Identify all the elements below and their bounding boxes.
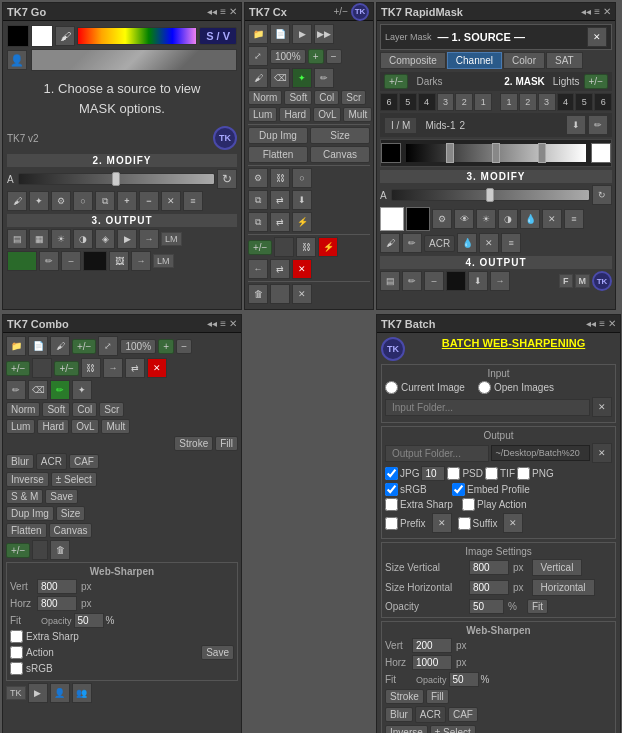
cx-chain-btn[interactable]: ⛓: [270, 168, 290, 188]
output-btn1[interactable]: ▤: [7, 229, 27, 249]
combo-rect-btn[interactable]: [32, 358, 52, 378]
batch-sizehorz-input[interactable]: [469, 580, 509, 595]
combo-blur-btn[interactable]: Blur: [6, 454, 34, 469]
mids-pen-btn[interactable]: ✏: [588, 115, 608, 135]
cx-lightning-btn[interactable]: ⚡: [292, 212, 312, 232]
tk7go-close[interactable]: ✕: [229, 6, 237, 17]
combo-x-btn[interactable]: ✕: [147, 358, 167, 378]
output-btn6[interactable]: ▶: [117, 229, 137, 249]
lm-end-label[interactable]: LM: [161, 232, 182, 246]
rapid-acr-btn[interactable]: ACR: [424, 235, 455, 252]
combo-arrow-btn[interactable]: →: [103, 358, 123, 378]
cx-copy2-btn[interactable]: ⧉: [248, 190, 268, 210]
combo-tk-label[interactable]: TK: [6, 686, 26, 700]
cx-canvas-btn[interactable]: Canvas: [310, 146, 370, 163]
cx-rect-btn[interactable]: [274, 237, 294, 257]
rapid-tk-logo[interactable]: TK: [592, 271, 612, 291]
m-badge[interactable]: M: [575, 274, 591, 288]
output-dash-btn[interactable]: –: [61, 251, 81, 271]
cx-doc-btn[interactable]: 📄: [270, 24, 290, 44]
combo-pct-btn[interactable]: 100%: [120, 339, 156, 354]
cx-soft-btn[interactable]: Soft: [284, 90, 312, 105]
x-mod-btn[interactable]: ✕: [161, 191, 181, 211]
batch-jpg-input[interactable]: [421, 466, 445, 481]
tab-channel[interactable]: Channel: [447, 52, 502, 69]
cx-pencil-btn[interactable]: ✏: [314, 68, 334, 88]
tk7cx-plus[interactable]: +/−: [334, 6, 348, 17]
cx-swap3-btn[interactable]: ⇄: [270, 259, 290, 279]
cx-norm-btn[interactable]: Norm: [248, 90, 282, 105]
batch-blur-btn[interactable]: Blur: [385, 707, 413, 722]
tk-logo-btn[interactable]: TK: [213, 126, 237, 150]
cx-minus-btn[interactable]: −: [326, 49, 342, 64]
tk7batch-close[interactable]: ✕: [608, 318, 616, 329]
mask-num-5l[interactable]: 5: [399, 93, 417, 111]
combo-acr-btn[interactable]: ACR: [36, 453, 67, 470]
combo-pm-btn[interactable]: +/−: [6, 361, 30, 376]
person-icon-btn[interactable]: 👤: [7, 50, 27, 70]
mask-num-2r[interactable]: 2: [519, 93, 537, 111]
combo-pmsel-btn[interactable]: ± Select: [51, 472, 97, 487]
mask-num-3l[interactable]: 3: [437, 93, 455, 111]
mask-num-6r[interactable]: 6: [594, 93, 612, 111]
batch-fill-btn[interactable]: Fill: [426, 689, 449, 704]
mask-handle-mid[interactable]: [492, 143, 500, 163]
rapid-out2-btn[interactable]: ✏: [402, 271, 422, 291]
mask-num-3r[interactable]: 3: [538, 93, 556, 111]
batch-tif-cb[interactable]: [485, 467, 498, 480]
output-arrow-btn[interactable]: →: [131, 251, 151, 271]
menu-mod-btn[interactable]: ≡: [183, 191, 203, 211]
rapid-reset-btn[interactable]: ↻: [592, 185, 612, 205]
batch-sizevert-input[interactable]: [469, 560, 509, 575]
rapid-gear-btn[interactable]: ⚙: [432, 209, 452, 229]
rapid-drop2-btn[interactable]: 💧: [457, 233, 477, 253]
combo-move-btn[interactable]: ⤢: [98, 336, 118, 356]
cx-pm-plus[interactable]: +/−: [248, 240, 272, 255]
batch-tk-logo[interactable]: TK: [381, 337, 405, 361]
copy-tool-btn[interactable]: ⧉: [95, 191, 115, 211]
combo-plus2-btn[interactable]: +: [158, 339, 174, 354]
output-btn5[interactable]: ◈: [95, 229, 115, 249]
rapid-x2-btn[interactable]: ✕: [479, 233, 499, 253]
tab-color[interactable]: Color: [503, 52, 545, 69]
rapid-x-btn[interactable]: ✕: [542, 209, 562, 229]
batch-ws-vert-input[interactable]: [412, 638, 452, 653]
cx-brush-btn[interactable]: 🖌: [248, 68, 268, 88]
tab-composite[interactable]: Composite: [380, 52, 446, 69]
plus-btn[interactable]: +: [117, 191, 137, 211]
tk7go-collapse[interactable]: ◂◂: [207, 6, 217, 17]
mask-num-4r[interactable]: 4: [557, 93, 575, 111]
batch-suffix-x[interactable]: ✕: [503, 513, 523, 533]
cx-play-btn[interactable]: ▶: [292, 24, 312, 44]
batch-prefix-cb[interactable]: [385, 517, 398, 530]
combo-srgb-cb[interactable]: [10, 662, 23, 675]
tk7rapid-close[interactable]: ✕: [603, 6, 611, 17]
combo-pen-btn[interactable]: ✏: [6, 380, 26, 400]
cx-lightning2-btn[interactable]: ⚡: [318, 237, 338, 257]
combo-save-btn[interactable]: Save: [45, 489, 78, 504]
batch-pmsel-btn[interactable]: ± Select: [430, 725, 476, 733]
wand-tool-btn[interactable]: ⚙: [51, 191, 71, 211]
cx-percent-btn[interactable]: 100%: [270, 49, 306, 64]
output-btn4[interactable]: ◑: [73, 229, 93, 249]
batch-extrasharp-cb[interactable]: [385, 498, 398, 511]
combo-sm-btn[interactable]: S & M: [6, 489, 43, 504]
paintbrush-icon-btn[interactable]: 🖌: [55, 26, 75, 46]
batch-psd-cb[interactable]: [447, 467, 460, 480]
combo-canvas-btn[interactable]: Canvas: [49, 523, 93, 538]
rapid-sun-btn[interactable]: ☀: [476, 209, 496, 229]
batch-fit-btn[interactable]: Fit: [527, 599, 548, 614]
combo-opacity-input[interactable]: [74, 613, 104, 628]
combo-wand-btn[interactable]: ✦: [72, 380, 92, 400]
cx-dupimg-btn[interactable]: Dup Img: [248, 127, 308, 144]
output-image-btn[interactable]: 🖼: [109, 251, 129, 271]
sv-button[interactable]: S / V: [199, 27, 237, 45]
combo-chain-btn[interactable]: ⛓: [81, 358, 101, 378]
output-btn2[interactable]: ▦: [29, 229, 49, 249]
cx-size-btn[interactable]: Size: [310, 127, 370, 144]
im-btn[interactable]: I / M: [384, 117, 417, 134]
cx-wand-btn[interactable]: ✦: [292, 68, 312, 88]
combo-action-cb[interactable]: [10, 646, 23, 659]
combo-dupimg-btn[interactable]: Dup Img: [6, 506, 54, 521]
tk7rapid-collapse[interactable]: ◂◂: [581, 6, 591, 17]
